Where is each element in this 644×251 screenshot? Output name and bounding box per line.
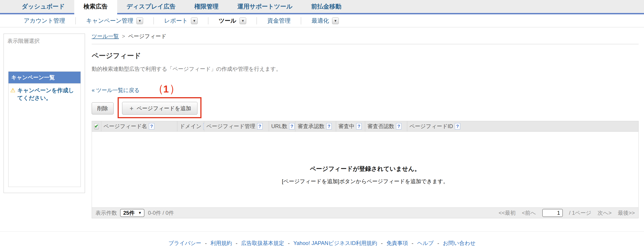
page-feed-table: ✔ ページフィード名 ? ドメイン ? ページフィード管理 ? URL数 ? <box>92 121 639 218</box>
footer-link-disclaimer[interactable]: 免責事項 <box>386 240 408 246</box>
help-icon[interactable]: ? <box>455 123 460 129</box>
tab-permission-management[interactable]: 権限管理 <box>185 0 228 13</box>
footer-link-contact[interactable]: お問い合わせ <box>443 240 476 246</box>
breadcrumb-tools-list-link[interactable]: ツール一覧 <box>92 33 119 40</box>
subnav-account-management[interactable]: アカウント管理 <box>14 17 75 25</box>
table-empty-state: ページフィードが登録されていません。 [ページフィードを追加]ボタンからページフ… <box>92 132 638 207</box>
help-icon[interactable]: ? <box>149 123 154 129</box>
breadcrumb: ツール一覧 > ページフィード <box>92 33 639 40</box>
back-to-tools-list-link[interactable]: « ツール一覧に戻る <box>92 87 140 94</box>
tab-search-ads[interactable]: 検索広告 <box>74 0 117 13</box>
column-label: 審査否認数 <box>368 123 394 130</box>
add-page-feed-label: ページフィードを追加 <box>137 105 191 111</box>
caret-down-icon[interactable]: ▼ <box>191 18 198 24</box>
page-total-text: / 1ページ <box>569 209 592 216</box>
footer-separator: - <box>236 240 238 246</box>
top-tab-bar: ダッシュボード 検索広告 ディスプレイ広告 権限管理 運用サポートツール 前払金… <box>0 0 644 14</box>
pagination-bar: 表示件数 25件 ▼ 0-0件 / 0件 <<最初 <前へ / 1ページ 次へ>… <box>92 207 638 218</box>
footer-link-privacy[interactable]: プライバシー <box>168 240 201 246</box>
header-cell-checkbox: ✔ <box>92 121 101 131</box>
empty-state-subtitle: [ページフィードを追加]ボタンからページフィードを追加できます。 <box>92 178 638 185</box>
table-header-row: ✔ ページフィード名 ? ドメイン ? ページフィード管理 ? URL数 ? <box>92 121 638 132</box>
caret-down-icon[interactable]: ▼ <box>332 18 339 24</box>
header-cell-page-feed-name: ページフィード名 ? <box>101 121 177 131</box>
subnav-label: ツール <box>219 17 236 25</box>
help-icon[interactable]: ? <box>257 123 262 129</box>
sidebar-item-campaign-list[interactable]: キャンペーン一覧 <box>8 72 80 84</box>
last-page-link[interactable]: 最後>> <box>618 209 635 216</box>
tab-operation-support-tools[interactable]: 運用サポートツール <box>228 0 302 13</box>
subnav-optimization[interactable]: 最適化 ▼ <box>301 17 349 25</box>
subnav-tools[interactable]: ツール ▼ <box>208 17 256 25</box>
plus-icon: ＋ <box>128 105 134 112</box>
empty-state-title: ページフィードが登録されていません。 <box>92 165 638 173</box>
page-number-input[interactable] <box>542 209 563 217</box>
column-label: 審査承認数 <box>298 123 324 130</box>
tab-display-ads[interactable]: ディスプレイ広告 <box>117 0 185 13</box>
column-label: ページフィードID <box>410 123 453 130</box>
next-page-link[interactable]: 次へ> <box>598 209 612 216</box>
page-size-select[interactable]: 25件 ▼ <box>120 209 144 217</box>
help-icon[interactable]: ? <box>356 123 362 129</box>
subnav-campaign-management[interactable]: キャンペーン管理 ▼ <box>76 17 154 25</box>
header-cell-page-feed-id: ページフィードID ? <box>407 121 638 131</box>
display-count-label: 表示件数 <box>96 209 117 216</box>
campaign-warning: ⚠ キャンペーンを作成してください。 <box>8 84 80 102</box>
footer-separator: - <box>205 240 207 246</box>
subnav-label: 資金管理 <box>267 17 290 25</box>
footer-separator: - <box>412 240 414 246</box>
page-description: 動的検索連動型広告で利用する「ページフィード」の作成や管理を行えます。 <box>92 65 639 73</box>
help-icon[interactable]: ? <box>326 123 332 129</box>
help-icon[interactable]: ? <box>396 123 402 129</box>
warning-text: キャンペーンを作成してください。 <box>17 87 78 102</box>
annotation-circle-1: （1） <box>152 84 179 94</box>
help-icon[interactable]: ? <box>289 123 294 129</box>
footer-separator: - <box>288 240 290 246</box>
footer-link-help[interactable]: ヘルプ <box>417 240 434 246</box>
footer-link-ad-rules[interactable]: 広告取扱基本規定 <box>241 240 284 246</box>
first-page-link[interactable]: <<最初 <box>499 209 516 216</box>
column-label: ページフィード名 <box>104 123 147 130</box>
footer-links: プライバシー - 利用規約 - 広告取扱基本規定 - Yahoo! JAPANビ… <box>0 239 644 247</box>
column-label: ドメイン <box>180 123 202 130</box>
subnav-report[interactable]: レポート ▼ <box>154 17 208 25</box>
divider <box>92 44 639 44</box>
header-cell-domain: ドメイン ? <box>177 121 204 131</box>
toolbar: 削除 ＋ページフィードを追加 <box>92 102 639 115</box>
subnav-funds-management[interactable]: 資金管理 <box>257 17 301 25</box>
subnav-bar: アカウント管理 キャンペーン管理 ▼ レポート ▼ ツール ▼ 資金管理 最適化… <box>0 14 644 27</box>
header-cell-url-count: URL数 ? <box>269 121 296 131</box>
footer-separator: - <box>381 240 383 246</box>
tab-prepayment-transfer[interactable]: 前払金移動 <box>302 0 351 13</box>
select-all-checkbox[interactable]: ✔ <box>94 123 99 129</box>
page-title: ページフィード <box>92 51 639 61</box>
hierarchy-sidebar: 表示階層選択 キャンペーン一覧 ⚠ キャンペーンを作成してください。 <box>4 34 85 193</box>
result-range-text: 0-0件 / 0件 <box>148 209 174 216</box>
subnav-label: キャンペーン管理 <box>86 17 133 25</box>
caret-down-icon[interactable]: ▼ <box>240 18 246 24</box>
add-page-feed-button[interactable]: ＋ページフィードを追加 <box>122 102 198 115</box>
prev-page-link[interactable]: <前へ <box>522 209 536 216</box>
warning-icon: ⚠ <box>10 87 16 102</box>
delete-button[interactable]: 削除 <box>92 102 114 114</box>
footer-separator: - <box>438 240 439 246</box>
subnav-label: 最適化 <box>312 17 329 25</box>
breadcrumb-separator: > <box>122 33 125 39</box>
caret-down-icon: ▼ <box>138 211 142 215</box>
subnav-label: レポート <box>164 17 188 25</box>
header-cell-page-feed-management: ページフィード管理 ? <box>204 121 269 131</box>
footer-link-terms[interactable]: 利用規約 <box>210 240 232 246</box>
column-label: ページフィード管理 <box>206 123 255 130</box>
tab-dashboard[interactable]: ダッシュボード <box>12 0 74 13</box>
breadcrumb-current: ページフィード <box>128 33 166 40</box>
column-label: URL数 <box>271 123 287 130</box>
header-cell-rejected-count: 審査否認数 ? <box>365 121 407 131</box>
page-footer: プライバシー - 利用規約 - 広告取扱基本規定 - Yahoo! JAPANビ… <box>0 231 644 251</box>
hierarchy-panel: キャンペーン一覧 ⚠ キャンペーンを作成してください。 <box>8 71 81 187</box>
caret-down-icon[interactable]: ▼ <box>136 18 143 24</box>
footer-link-business-id-terms[interactable]: Yahoo! JAPANビジネスID利用規約 <box>294 240 377 246</box>
page-size-value: 25件 <box>123 209 134 216</box>
subnav-label: アカウント管理 <box>24 17 65 25</box>
hierarchy-label: 表示階層選択 <box>4 34 85 45</box>
column-label: 審査中 <box>338 123 354 130</box>
